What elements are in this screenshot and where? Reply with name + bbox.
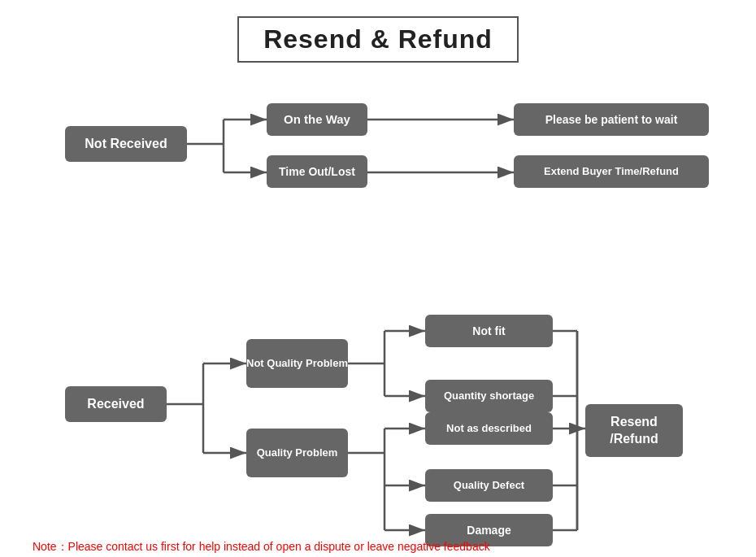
note-text: Note：Please contact us first for help in… xyxy=(33,540,490,555)
page-title: Resend & Refund xyxy=(237,16,519,63)
not-quality-problem-node: Not Quality Problem xyxy=(246,339,348,388)
time-out-lost-node: Time Out/Lost xyxy=(267,155,367,188)
received-node: Received xyxy=(65,386,167,422)
title-box: Resend & Refund xyxy=(16,16,740,63)
resend-refund-node: Resend /Refund xyxy=(585,404,683,457)
not-fit-node: Not fit xyxy=(425,315,553,347)
quantity-shortage-node: Quantity shortage xyxy=(425,380,553,412)
not-received-node: Not Received xyxy=(65,126,187,162)
page-container: Resend & Refund xyxy=(0,0,756,557)
not-as-described-node: Not as described xyxy=(425,412,553,445)
extend-buyer-node: Extend Buyer Time/Refund xyxy=(514,155,709,188)
please-wait-node: Please be patient to wait xyxy=(514,103,709,136)
quality-problem-node: Quality Problem xyxy=(246,429,348,477)
quality-defect-node: Quality Defect xyxy=(425,469,553,502)
diagram: Not Received On the Way Please be patien… xyxy=(16,87,740,557)
on-the-way-node: On the Way xyxy=(267,103,367,136)
